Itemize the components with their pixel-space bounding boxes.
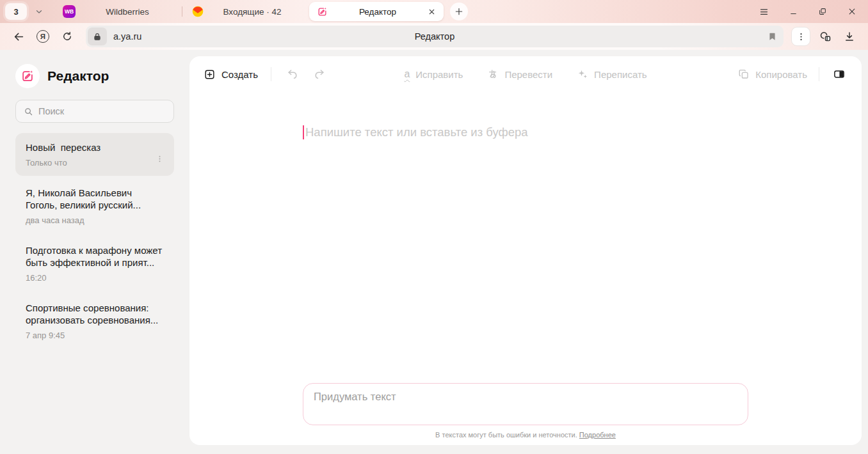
tab-label: Wildberries <box>106 7 149 17</box>
redo-button[interactable] <box>311 66 328 82</box>
disclaimer-text: В текстах могут быть ошибки и неточности… <box>435 431 577 439</box>
tab-wildberries[interactable]: WB Wildberries <box>54 0 182 23</box>
rewrite-button[interactable]: Переписать <box>577 68 647 80</box>
spellcheck-icon: a <box>404 69 410 79</box>
url-text: a.ya.ru <box>113 31 141 42</box>
text-caret <box>303 125 304 139</box>
restore-icon <box>818 7 827 16</box>
site-security-button[interactable] <box>88 27 107 45</box>
close-icon <box>848 7 856 16</box>
doc-title: Спортивные соревнования: организовать со… <box>26 302 164 327</box>
bookmark-button[interactable] <box>768 31 777 42</box>
hamburger-menu-icon <box>759 8 769 16</box>
reload-button[interactable] <box>58 27 77 46</box>
sidebar: Редактор Новый пересказ Только что Я, Ни… <box>0 50 189 454</box>
tab-label: Входящие · 42 <box>223 7 281 17</box>
browser-tab-bar: 3 WB Wildberries Входящие · 42 Редактор <box>0 0 868 23</box>
close-tab-icon[interactable] <box>428 8 436 16</box>
wildberries-logo-icon: WB <box>63 5 76 18</box>
lock-icon <box>93 32 102 42</box>
downloads-button[interactable] <box>840 27 859 46</box>
doc-item-marathon[interactable]: Подготовка к марафону может быть эффекти… <box>15 236 174 291</box>
translate-icon <box>487 68 499 80</box>
create-label: Создать <box>221 69 258 80</box>
fix-button[interactable]: a Исправить <box>404 69 463 80</box>
tab-label: Редактор <box>359 7 396 17</box>
editor-placeholder: Напишите текст или вставьте из буфера <box>305 125 528 139</box>
doc-time: Только что <box>26 158 152 168</box>
sparkles-icon <box>577 68 588 80</box>
tab-counter-button[interactable]: 3 <box>5 3 27 20</box>
yandex-id-icon: Я <box>36 30 49 43</box>
search-box[interactable] <box>15 100 174 123</box>
tab-list-chevron-button[interactable] <box>29 3 49 20</box>
panel-toggle-icon <box>833 68 846 81</box>
browser-address-bar: Я a.ya.ru Редактор <box>0 23 868 50</box>
document-list: Новый пересказ Только что Я, Николай Вас… <box>15 133 174 348</box>
back-arrow-icon <box>13 31 25 43</box>
learn-more-link[interactable]: Подробнее <box>579 431 616 439</box>
fix-label: Исправить <box>415 69 463 80</box>
tab-panels-menu-button[interactable] <box>758 6 769 17</box>
editor-logo-circle <box>15 64 40 88</box>
doc-title: Подготовка к марафону может быть эффекти… <box>26 244 164 269</box>
copy-button[interactable]: Копировать <box>738 68 807 80</box>
translate-label: Перевести <box>504 69 552 80</box>
new-tab-button[interactable] <box>450 3 468 20</box>
side-panel-toggle-button[interactable] <box>831 66 848 82</box>
tab-editor-active[interactable]: Редактор <box>309 2 444 21</box>
undo-icon <box>286 68 299 81</box>
restore-window-button[interactable] <box>817 6 828 17</box>
doc-time: 16:20 <box>26 273 164 283</box>
yandex-profile-button[interactable]: Я <box>33 27 52 46</box>
editor-logo-icon <box>20 69 35 83</box>
prompt-area: В текстах могут быть ошибки и неточности… <box>189 383 862 445</box>
editor-toolbar: Создать a Исправить <box>189 56 862 92</box>
kebab-menu-icon <box>156 155 164 163</box>
download-icon <box>844 31 855 42</box>
doc-title: Новый пересказ <box>26 141 152 154</box>
doc-item-competitions[interactable]: Спортивные соревнования: организовать со… <box>15 294 174 348</box>
prompt-input[interactable] <box>314 391 737 418</box>
doc-title: Я, Николай Васильевич Гоголь, великий ру… <box>26 187 164 212</box>
yandex-mail-icon <box>191 5 204 18</box>
window-controls <box>758 6 862 17</box>
app-logo-row: Редактор <box>15 64 174 88</box>
minimize-window-button[interactable] <box>787 6 799 17</box>
kebab-menu-icon <box>796 32 806 42</box>
search-icon <box>24 107 33 116</box>
search-input[interactable] <box>38 106 166 116</box>
page-title: Редактор <box>86 31 784 42</box>
undo-button[interactable] <box>284 66 301 82</box>
toolbar-divider <box>819 67 819 81</box>
create-button[interactable]: Создать <box>204 68 258 81</box>
copy-label: Копировать <box>755 69 807 80</box>
editor-app-icon <box>317 6 328 17</box>
translate-button[interactable]: Перевести <box>487 68 552 80</box>
doc-item-menu-button[interactable] <box>156 155 164 163</box>
disclaimer: В текстах могут быть ошибки и неточности… <box>435 431 616 439</box>
redo-icon <box>313 68 326 81</box>
bookmark-icon <box>768 31 777 42</box>
passwords-button[interactable] <box>816 27 835 46</box>
app-title: Редактор <box>47 68 109 84</box>
back-button[interactable] <box>9 27 28 46</box>
more-options-button[interactable] <box>791 27 810 46</box>
copy-icon <box>738 68 750 80</box>
tab-mail-inbox[interactable]: Входящие · 42 <box>182 0 303 23</box>
url-field[interactable]: a.ya.ru Редактор <box>86 26 784 47</box>
reload-icon <box>61 31 73 42</box>
plus-icon <box>454 7 463 16</box>
plus-square-icon <box>204 68 216 81</box>
chevron-down-icon <box>35 8 43 15</box>
close-window-button[interactable] <box>846 6 858 17</box>
doc-item-gogol[interactable]: Я, Николай Васильевич Гоголь, великий ру… <box>15 178 174 233</box>
doc-time: 7 апр 9:45 <box>26 331 164 340</box>
doc-item-new-retelling[interactable]: Новый пересказ Только что <box>15 133 174 176</box>
key-icon <box>819 30 832 43</box>
minimize-icon <box>789 8 798 16</box>
editor-text-area[interactable]: Напишите текст или вставьте из буфера В … <box>189 92 862 445</box>
editor-panel: Создать a Исправить <box>189 56 862 445</box>
rewrite-label: Переписать <box>594 69 647 80</box>
prompt-box[interactable] <box>303 383 748 425</box>
